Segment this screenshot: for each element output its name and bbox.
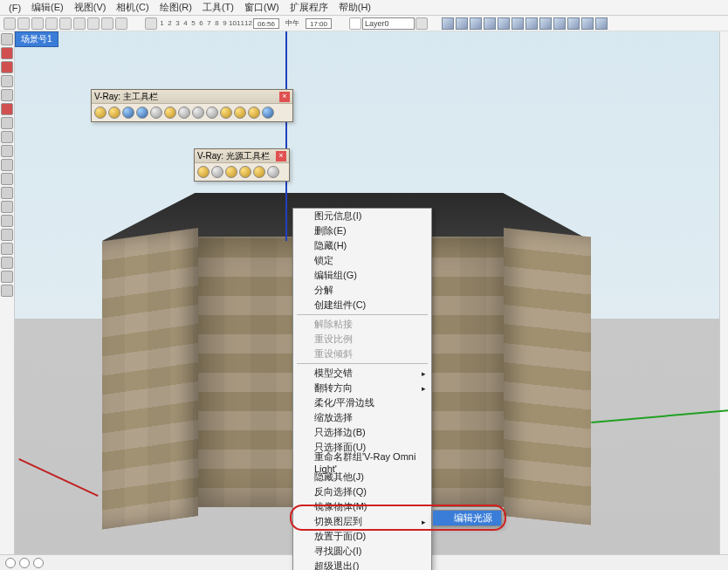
zoomext-tool-icon[interactable] [1, 285, 13, 297]
layer-props-icon[interactable] [416, 17, 428, 30]
vray-about-icon[interactable] [262, 106, 274, 119]
offset-tool-icon[interactable] [1, 173, 13, 185]
status-geo-icon[interactable] [33, 558, 44, 568]
ctx-item[interactable]: 分解 [293, 283, 431, 298]
shape-icon[interactable] [567, 17, 580, 30]
push-tool-icon[interactable] [1, 117, 13, 129]
tape-tool-icon[interactable] [1, 187, 13, 199]
shadow-toggle-icon[interactable] [145, 17, 157, 30]
toolbar-icon[interactable] [59, 17, 72, 30]
vray-dome-icon[interactable] [234, 106, 246, 119]
ctx-item[interactable]: 超级退出() [293, 559, 431, 570]
shape-icon[interactable] [512, 17, 524, 30]
vray-setting-icon[interactable] [192, 106, 204, 119]
close-icon[interactable]: × [279, 92, 290, 102]
polygon-tool-icon[interactable] [1, 103, 13, 115]
rect-tool-icon[interactable] [1, 75, 13, 87]
line-tool-icon[interactable] [1, 47, 13, 59]
ctx-item[interactable]: 隐藏其他(J) [293, 470, 431, 484]
vray-help-icon[interactable] [178, 106, 190, 119]
pan-tool-icon[interactable] [1, 257, 13, 269]
time-end[interactable]: 17:00 [306, 18, 332, 29]
light-dome-icon[interactable] [239, 166, 251, 178]
menu-edit[interactable]: 编辑(E) [26, 1, 69, 14]
ctx-item[interactable]: 重命名群组'V-Ray Omni Light' [293, 455, 431, 470]
circle-tool-icon[interactable] [1, 89, 13, 101]
ctx-item[interactable]: 重设倾斜 [293, 347, 431, 361]
menu-camera[interactable]: 相机(C) [111, 1, 154, 14]
vray-material-icon[interactable] [136, 106, 148, 119]
ctx-item[interactable]: 翻转方向 [293, 381, 431, 395]
select-tool-icon[interactable] [1, 33, 13, 45]
vray-options-icon[interactable] [122, 106, 134, 119]
vray-light-toolbar[interactable]: V-Ray: 光源工具栏 × [194, 148, 290, 182]
rotate-tool-icon[interactable] [1, 145, 13, 157]
menu-file[interactable]: (F) [3, 3, 26, 13]
shape-icon[interactable] [553, 17, 566, 30]
ctx-item[interactable]: 解除粘接 [293, 317, 431, 332]
light-omni-icon[interactable] [197, 166, 209, 178]
menu-help[interactable]: 帮助(H) [333, 1, 376, 14]
vray-render-icon[interactable] [94, 106, 106, 119]
vray-main-toolbar[interactable]: V-Ray: 主工具栏 × [91, 89, 293, 122]
toolbar-icon[interactable] [31, 17, 44, 30]
ctx-item[interactable]: 只选择边(B) [293, 425, 431, 440]
menu-window[interactable]: 窗口(W) [239, 1, 285, 14]
toolbar-icon[interactable] [115, 17, 127, 30]
toolbar-icon[interactable] [3, 17, 16, 30]
ctx-item[interactable]: 模型交错 [293, 366, 431, 381]
eraser-tool-icon[interactable] [1, 215, 13, 227]
submenu-edit-light[interactable]: 编辑光源 [433, 511, 501, 525]
layer-select[interactable]: Layer0 [362, 17, 415, 30]
scale-tool-icon[interactable] [1, 159, 13, 171]
month-strip[interactable]: 123456789101112 [158, 19, 252, 27]
ctx-item[interactable]: 反向选择(Q) [293, 484, 431, 499]
move-tool-icon[interactable] [1, 131, 13, 143]
light-ies-icon[interactable] [267, 166, 279, 178]
shape-icon[interactable] [539, 17, 552, 30]
shape-icon[interactable] [595, 17, 608, 30]
toolbar-icon[interactable] [73, 17, 86, 30]
light-spot-icon[interactable] [225, 166, 237, 178]
panel-title-bar[interactable]: V-Ray: 光源工具栏 × [195, 149, 289, 163]
ctx-item[interactable]: 重设比例 [293, 332, 431, 347]
shape-icon[interactable] [525, 17, 538, 30]
vray-sun-icon[interactable] [220, 106, 232, 119]
toolbar-icon[interactable] [87, 17, 100, 30]
ctx-item[interactable]: 寻找圆心(I) [293, 544, 431, 559]
ctx-item[interactable]: 编辑组(G) [293, 268, 431, 283]
zoom-tool-icon[interactable] [1, 271, 13, 283]
ctx-item[interactable]: 切换图层到 [293, 514, 431, 529]
scene-tab[interactable]: 场景号1 [15, 31, 58, 47]
menu-extensions[interactable]: 扩展程序 [285, 1, 333, 14]
shape-icon[interactable] [581, 17, 594, 30]
paint-tool-icon[interactable] [1, 201, 13, 213]
shape-icon[interactable] [442, 17, 454, 30]
ctx-item[interactable]: 隐藏(H) [293, 238, 431, 253]
menu-tools[interactable]: 工具(T) [197, 1, 239, 14]
close-icon[interactable]: × [276, 151, 286, 161]
menu-draw[interactable]: 绘图(R) [155, 1, 197, 14]
status-user-icon[interactable] [19, 558, 30, 568]
time-start[interactable]: 06:56 [253, 18, 279, 29]
vray-batch-icon[interactable] [164, 106, 176, 119]
status-info-icon[interactable] [5, 558, 16, 568]
ctx-item[interactable]: 删除(E) [293, 223, 431, 238]
ctx-item[interactable]: 图元信息(I) [293, 209, 431, 223]
ctx-item[interactable]: 缩放选择 [293, 410, 431, 425]
orbit-tool-icon[interactable] [1, 243, 13, 255]
ctx-item[interactable]: 锁定 [293, 253, 431, 268]
toolbar-icon[interactable] [101, 17, 113, 30]
text-tool-icon[interactable] [1, 229, 13, 241]
ctx-item[interactable]: 柔化/平滑边线 [293, 395, 431, 410]
light-sphere-icon[interactable] [253, 166, 265, 178]
shape-icon[interactable] [484, 17, 496, 30]
vray-rtrender-icon[interactable] [108, 106, 120, 119]
toolbar-icon[interactable] [45, 17, 58, 30]
vray-frame-icon[interactable] [150, 106, 162, 119]
menu-view[interactable]: 视图(V) [69, 1, 112, 14]
select-arrow-icon[interactable] [349, 17, 361, 30]
ctx-item[interactable]: 创建组件(C) [293, 298, 431, 312]
arc-tool-icon[interactable] [1, 61, 13, 73]
shape-icon[interactable] [470, 17, 482, 30]
